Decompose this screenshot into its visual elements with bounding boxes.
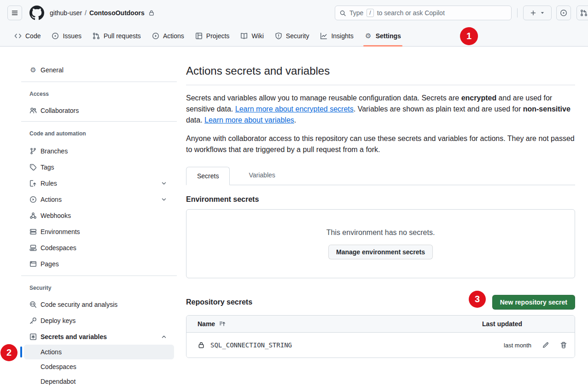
- git-branch-icon: [29, 147, 37, 155]
- search-placeholder-prefix: Type: [349, 9, 363, 17]
- breadcrumb-repo[interactable]: ContosoOutdoors: [89, 9, 145, 17]
- name-column-header[interactable]: Name: [194, 320, 482, 328]
- delete-secret-button[interactable]: [560, 341, 567, 349]
- sidebar-item-rules[interactable]: Rules: [24, 175, 174, 191]
- breadcrumb-separator: /: [85, 9, 87, 17]
- tab-secrets[interactable]: Secrets: [186, 167, 230, 185]
- environment-secrets-empty-state: This environment has no secrets. Manage …: [186, 209, 575, 278]
- secret-actions-cell: last month: [482, 341, 567, 349]
- tab-projects[interactable]: Projects: [191, 26, 234, 47]
- gear-icon: ⚙: [365, 32, 372, 40]
- sidebar-subitem-dependabot[interactable]: Dependabot: [24, 374, 174, 387]
- column-header-label: Name: [198, 320, 215, 328]
- sidebar-item-label: Environments: [41, 228, 80, 235]
- pull-requests-dashboard-button[interactable]: [576, 6, 588, 20]
- github-logo[interactable]: [29, 6, 44, 20]
- page-title: Actions secrets and variables: [186, 64, 575, 85]
- asterisk-box-icon: [29, 333, 37, 340]
- sidebar-item-label: Codespaces: [41, 244, 76, 252]
- slash-key-hint: /: [367, 9, 373, 17]
- sidebar-item-label: Pages: [41, 260, 59, 268]
- git-pull-request-icon: [580, 9, 588, 17]
- tab-insights[interactable]: Insights: [316, 26, 357, 47]
- sidebar-item-pages[interactable]: Pages: [24, 256, 174, 272]
- last-updated-column-header: Last updated: [482, 320, 567, 328]
- tab-label: Settings: [376, 32, 401, 40]
- tab-label: Wiki: [251, 32, 263, 40]
- last-updated-value: last month: [504, 342, 531, 349]
- sidebar-section-code-automation: Code and automation: [29, 129, 174, 138]
- global-header: github-user / ContosoOutdoors Type / to …: [0, 0, 588, 26]
- intro-paragraph: Secrets and variables allow you to manag…: [186, 93, 575, 126]
- tab-security[interactable]: Security: [271, 26, 314, 47]
- tab-settings[interactable]: ⚙ Settings: [361, 26, 405, 47]
- sidebar-item-label: Collaborators: [41, 107, 79, 114]
- settings-sidebar: ⚙ General Access Collaborators Code and …: [18, 61, 180, 387]
- annotation-step-3: 3: [469, 291, 486, 308]
- private-repo-lock-icon: [148, 10, 155, 16]
- sidebar-item-label: Webhooks: [41, 212, 71, 219]
- sidebar-item-codespaces[interactable]: Codespaces: [24, 240, 174, 256]
- sidebar-item-code-security[interactable]: Code security and analysis: [24, 296, 174, 312]
- annotation-step-1: 1: [460, 27, 478, 45]
- sidebar-item-actions[interactable]: Actions: [24, 191, 174, 207]
- sidebar-item-tags[interactable]: Tags: [24, 159, 174, 175]
- sidebar-item-environments[interactable]: Environments: [24, 223, 174, 240]
- sidebar-item-general[interactable]: ⚙ General: [24, 62, 174, 78]
- tab-wiki[interactable]: Wiki: [236, 26, 268, 47]
- link-variables[interactable]: Learn more about variables: [204, 116, 294, 124]
- sidebar-item-label: Rules: [41, 180, 57, 187]
- global-search-input[interactable]: Type / to search or ask Copilot: [335, 6, 512, 20]
- tab-issues[interactable]: Issues: [47, 26, 85, 47]
- sort-ascending-icon: [219, 320, 226, 328]
- tab-actions[interactable]: Actions: [148, 26, 188, 47]
- annotation-step-2: 2: [0, 344, 17, 361]
- breadcrumb-owner[interactable]: github-user: [50, 9, 82, 17]
- sidebar-item-deploy-keys[interactable]: Deploy keys: [24, 312, 174, 328]
- chevron-up-icon[interactable]: [160, 333, 168, 340]
- sidebar-item-branches[interactable]: Branches: [24, 143, 174, 159]
- sidebar-item-collaborators[interactable]: Collaborators: [24, 102, 174, 118]
- tab-variables[interactable]: Variables: [238, 166, 285, 185]
- hamburger-menu-button[interactable]: [7, 6, 22, 20]
- table-icon: [195, 32, 203, 40]
- sidebar-item-label: Code security and analysis: [41, 301, 117, 308]
- secrets-variables-tabnav: Secrets Variables: [186, 166, 575, 185]
- sidebar-subitem-actions[interactable]: Actions: [24, 345, 174, 359]
- issues-dashboard-button[interactable]: [556, 6, 571, 20]
- table-header-row: Name Last updated: [186, 316, 575, 332]
- edit-secret-button[interactable]: [542, 341, 549, 349]
- codespaces-icon: [29, 244, 37, 252]
- intro-bold-non-sensitive: non-sensitive: [523, 105, 571, 113]
- graph-icon: [320, 32, 327, 40]
- sidebar-divider: [21, 276, 177, 276]
- lock-icon: [198, 341, 205, 349]
- sidebar-subitem-codespaces[interactable]: Codespaces: [24, 359, 174, 374]
- secret-name: SQL_CONNECTION_STRING: [210, 341, 292, 349]
- secret-name-cell: SQL_CONNECTION_STRING: [194, 341, 482, 349]
- intro-text: . Variables are shown as plain text and …: [354, 105, 523, 113]
- webhook-icon: [29, 212, 37, 219]
- empty-state-message: This environment has no secrets.: [326, 229, 435, 237]
- chevron-down-icon[interactable]: [160, 196, 168, 203]
- new-repository-secret-button[interactable]: New repository secret: [492, 295, 575, 310]
- sidebar-subitem-label: Actions: [41, 348, 62, 356]
- create-new-button[interactable]: [523, 6, 552, 20]
- link-encrypted-secrets[interactable]: Learn more about encrypted secrets: [235, 105, 354, 113]
- code-icon: [14, 32, 22, 40]
- environment-secrets-heading: Environment secrets: [186, 195, 575, 204]
- pencil-icon: [542, 341, 549, 349]
- chevron-down-icon[interactable]: [160, 180, 168, 187]
- tab-code[interactable]: Code: [10, 26, 45, 47]
- sidebar-item-webhooks[interactable]: Webhooks: [24, 207, 174, 223]
- tab-label: Code: [25, 32, 41, 40]
- sidebar-section-security: Security: [29, 283, 174, 293]
- sidebar-item-label: General: [41, 66, 64, 74]
- tab-pull-requests[interactable]: Pull requests: [88, 26, 145, 47]
- hamburger-icon: [11, 9, 18, 17]
- code-scan-icon: [29, 301, 37, 308]
- key-icon: [29, 317, 37, 324]
- manage-environment-secrets-button[interactable]: Manage environment secrets: [328, 245, 433, 259]
- settings-content: Actions secrets and variables Secrets an…: [186, 64, 575, 358]
- sidebar-item-secrets-and-variables[interactable]: Secrets and variables: [24, 328, 174, 345]
